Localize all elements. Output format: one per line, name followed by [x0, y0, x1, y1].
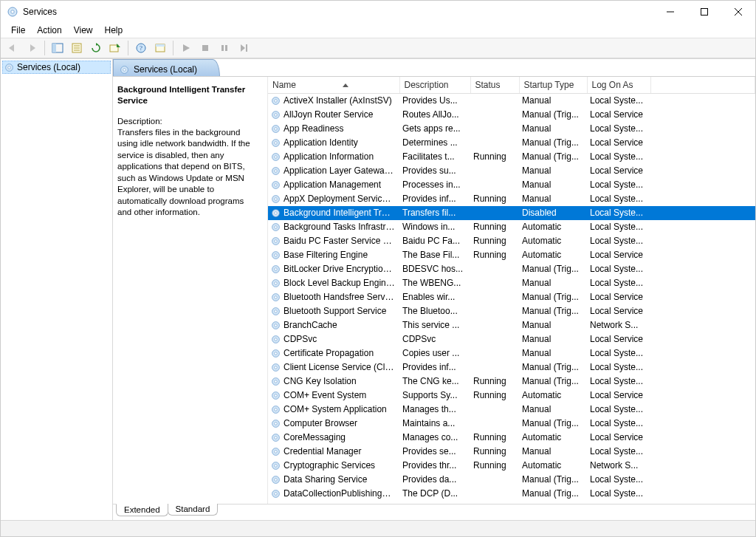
gear-icon — [271, 321, 281, 330]
manage-button[interactable] — [151, 40, 169, 56]
cell-status: Running — [470, 220, 519, 234]
table-row[interactable]: COM+ Event SystemSupports Sy...RunningAu… — [268, 389, 755, 403]
table-row[interactable]: Bluetooth Handsfree ServiceEnables wir..… — [268, 290, 755, 304]
menu-file[interactable]: File — [5, 24, 31, 37]
cell-status: Running — [470, 431, 519, 445]
cell-spacer — [650, 389, 755, 403]
table-row[interactable]: Credential ManagerProvides se...RunningM… — [268, 445, 755, 459]
table-row[interactable]: Application ManagementProcesses in...Man… — [268, 178, 755, 192]
cell-name: CDPSvc — [268, 332, 399, 346]
table-row[interactable]: BitLocker Drive Encryption ...BDESVC hos… — [268, 262, 755, 276]
show-hide-tree-button[interactable] — [49, 40, 66, 56]
table-row[interactable]: CNG Key IsolationThe CNG ke...RunningMan… — [268, 374, 755, 389]
cell-name: Application Identity — [268, 136, 399, 150]
restart-service-button[interactable] — [235, 40, 252, 56]
cell-status: Running — [470, 374, 519, 389]
svg-text:?: ? — [140, 44, 142, 52]
table-row[interactable]: Base Filtering EngineThe Base Fil...Runn… — [268, 248, 755, 262]
close-button[interactable] — [721, 1, 755, 23]
table-row[interactable]: DataCollectionPublishingSe...The DCP (D.… — [268, 487, 755, 501]
cell-status — [470, 276, 519, 290]
cell-description: Manages th... — [399, 403, 470, 417]
cell-status — [470, 178, 519, 192]
gear-icon — [271, 208, 281, 218]
col-name[interactable]: Name — [268, 77, 399, 94]
cell-startup-type: Manual (Trig... — [519, 304, 587, 318]
table-row[interactable]: Application Layer Gateway ...Provides su… — [268, 164, 755, 178]
cell-name: AppX Deployment Service (... — [268, 192, 399, 206]
menu-view[interactable]: View — [68, 24, 99, 37]
cell-status — [470, 360, 519, 374]
cell-status — [470, 304, 519, 318]
cell-startup-type: Manual (Trig... — [519, 108, 587, 122]
maximize-button[interactable] — [687, 1, 721, 23]
table-row[interactable]: BranchCacheThis service ...ManualNetwork… — [268, 318, 755, 332]
col-log-on-as[interactable]: Log On As — [587, 77, 650, 94]
table-row[interactable]: Cryptographic ServicesProvides thr...Run… — [268, 459, 755, 473]
table-row[interactable]: AppX Deployment Service (...Provides inf… — [268, 192, 755, 206]
cell-log-on-as: Local Syste... — [587, 220, 650, 234]
table-row[interactable]: App ReadinessGets apps re...ManualLocal … — [268, 122, 755, 136]
table-row[interactable]: Baidu PC Faster Service 5.1....Baidu PC … — [268, 234, 755, 248]
table-row[interactable]: Background Intelligent Tran...Transfers … — [268, 206, 755, 220]
table-row[interactable]: Client License Service (ClipS...Provides… — [268, 360, 755, 374]
col-status[interactable]: Status — [470, 77, 519, 94]
tab-standard[interactable]: Standard — [168, 504, 219, 516]
table-row[interactable]: COM+ System ApplicationManages th...Manu… — [268, 403, 755, 417]
table-row[interactable]: ActiveX Installer (AxInstSV)Provides Us.… — [268, 94, 755, 108]
cell-spacer — [650, 332, 755, 346]
svg-point-48 — [275, 254, 278, 257]
services-scroll[interactable]: Name Description Status Startup Type Log… — [268, 77, 755, 504]
cell-description: BDESVC hos... — [399, 262, 470, 276]
table-row[interactable]: Background Tasks Infrastru...Windows in.… — [268, 220, 755, 234]
cell-status — [470, 403, 519, 417]
cell-log-on-as: Local Syste... — [587, 206, 650, 220]
table-row[interactable]: Data Sharing ServiceProvides da...Manual… — [268, 473, 755, 487]
cell-spacer — [650, 487, 755, 501]
help-button[interactable]: ? — [132, 40, 150, 56]
svg-point-54 — [275, 296, 278, 299]
table-row[interactable]: AllJoyn Router ServiceRoutes AllJo...Man… — [268, 108, 755, 122]
tab-extended[interactable]: Extended — [116, 504, 168, 516]
export-list-button[interactable] — [106, 40, 124, 56]
cell-spacer — [650, 290, 755, 304]
table-row[interactable]: Certificate PropagationCopies user ...Ma… — [268, 346, 755, 360]
cell-description: The CNG ke... — [399, 374, 470, 389]
cell-status — [470, 108, 519, 122]
cell-description: Provides inf... — [399, 360, 470, 374]
console-tree[interactable]: Services (Local) — [1, 59, 113, 520]
cell-description: Provides thr... — [399, 459, 470, 473]
pause-service-button[interactable] — [216, 40, 233, 56]
svg-point-68 — [275, 394, 278, 397]
minimize-button[interactable] — [653, 1, 687, 23]
col-startup-type[interactable]: Startup Type — [519, 77, 587, 94]
nav-forward-button[interactable] — [23, 40, 41, 56]
menu-action[interactable]: Action — [31, 24, 67, 37]
svg-point-34 — [275, 156, 278, 159]
col-description[interactable]: Description — [399, 77, 470, 94]
cell-description: The Base Fil... — [399, 248, 470, 262]
table-row[interactable]: Application InformationFacilitates t...R… — [268, 150, 755, 164]
cell-startup-type: Manual (Trig... — [519, 360, 587, 374]
cell-log-on-as: Network S... — [587, 459, 650, 473]
table-row[interactable]: Bluetooth Support ServiceThe Bluetoo...M… — [268, 304, 755, 318]
cell-spacer — [650, 318, 755, 332]
table-row[interactable]: CDPSvcCDPSvcManualLocal Service — [268, 332, 755, 346]
tree-node-services-local[interactable]: Services (Local) — [2, 61, 111, 74]
table-row[interactable]: Application IdentityDetermines ...Manual… — [268, 136, 755, 150]
table-row[interactable]: CoreMessagingManages co...RunningAutomat… — [268, 431, 755, 445]
pane-header: Services (Local) — [113, 59, 755, 77]
nav-back-button[interactable] — [4, 40, 21, 56]
refresh-button[interactable] — [87, 40, 105, 56]
svg-point-32 — [275, 142, 278, 145]
cell-description: Enables wir... — [399, 290, 470, 304]
cell-startup-type: Manual — [519, 403, 587, 417]
gear-icon — [271, 222, 281, 232]
start-service-button[interactable] — [177, 40, 195, 56]
table-row[interactable]: Computer BrowserMaintains a...Manual (Tr… — [268, 417, 755, 431]
cell-startup-type: Manual — [519, 178, 587, 192]
menu-help[interactable]: Help — [99, 24, 129, 37]
stop-service-button[interactable] — [196, 40, 214, 56]
properties-button[interactable] — [68, 40, 86, 56]
table-row[interactable]: Block Level Backup Engine ...The WBENG..… — [268, 276, 755, 290]
